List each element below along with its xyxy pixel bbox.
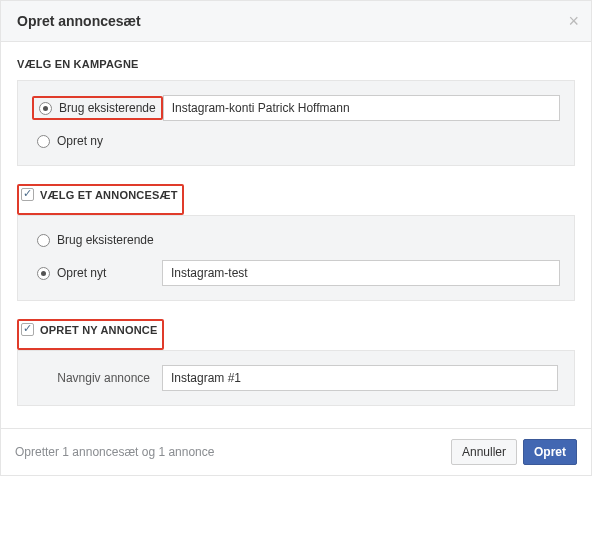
adset-create-new-option[interactable]: Opret nyt <box>32 263 162 283</box>
ad-name-label: Navngiv annonce <box>32 371 162 385</box>
campaign-create-new-option[interactable]: Opret ny <box>32 131 162 151</box>
footer-buttons: Annuller Opret <box>451 439 577 465</box>
adset-use-existing-radio[interactable] <box>37 234 50 247</box>
ad-name-input[interactable] <box>162 365 558 391</box>
campaign-create-new-row: Opret ny <box>32 131 560 151</box>
adset-section-label: VÆLG ET ANNONCESÆT <box>40 189 178 201</box>
ad-name-row: Navngiv annonce <box>32 365 560 391</box>
ad-section-highlight: OPRET NY ANNONCE <box>17 319 164 350</box>
campaign-panel: Brug eksisterende Opret ny <box>17 80 575 166</box>
dialog-title: Opret annoncesæt <box>17 13 141 29</box>
campaign-create-new-label: Opret ny <box>57 134 103 148</box>
adset-use-existing-option[interactable]: Brug eksisterende <box>32 230 162 250</box>
campaign-existing-input[interactable] <box>163 95 560 121</box>
adset-create-new-label: Opret nyt <box>57 266 106 280</box>
campaign-use-existing-label: Brug eksisterende <box>59 101 156 115</box>
close-icon[interactable]: × <box>568 11 579 32</box>
ad-panel: Navngiv annonce <box>17 350 575 406</box>
campaign-use-existing-row: Brug eksisterende <box>32 95 560 121</box>
dialog-header: Opret annoncesæt × <box>1 1 591 42</box>
adset-section-highlight: VÆLG ET ANNONCESÆT <box>17 184 184 215</box>
campaign-use-existing-option[interactable]: Brug eksisterende <box>32 96 163 120</box>
adset-use-existing-label: Brug eksisterende <box>57 233 154 247</box>
ad-section-label-wrap[interactable]: OPRET NY ANNONCE <box>19 321 162 338</box>
adset-create-new-radio[interactable] <box>37 267 50 280</box>
campaign-create-new-radio[interactable] <box>37 135 50 148</box>
adset-use-existing-row: Brug eksisterende <box>32 230 560 250</box>
campaign-section-label: VÆLG EN KAMPAGNE <box>17 58 139 70</box>
footer-status: Opretter 1 annoncesæt og 1 annonce <box>15 445 214 459</box>
ad-section-checkbox[interactable] <box>21 323 34 336</box>
adset-section-label-wrap[interactable]: VÆLG ET ANNONCESÆT <box>19 186 182 203</box>
campaign-use-existing-radio[interactable] <box>39 102 52 115</box>
dialog-footer: Opretter 1 annoncesæt og 1 annonce Annul… <box>1 428 591 475</box>
adset-panel: Brug eksisterende Opret nyt <box>17 215 575 301</box>
cancel-button[interactable]: Annuller <box>451 439 517 465</box>
ad-section-label: OPRET NY ANNONCE <box>40 324 158 336</box>
submit-button[interactable]: Opret <box>523 439 577 465</box>
adset-new-name-input[interactable] <box>162 260 560 286</box>
adset-create-new-row: Opret nyt <box>32 260 560 286</box>
create-adset-dialog: Opret annoncesæt × VÆLG EN KAMPAGNE Brug… <box>0 0 592 476</box>
dialog-body: VÆLG EN KAMPAGNE Brug eksisterende Opret… <box>1 42 591 428</box>
adset-section-checkbox[interactable] <box>21 188 34 201</box>
